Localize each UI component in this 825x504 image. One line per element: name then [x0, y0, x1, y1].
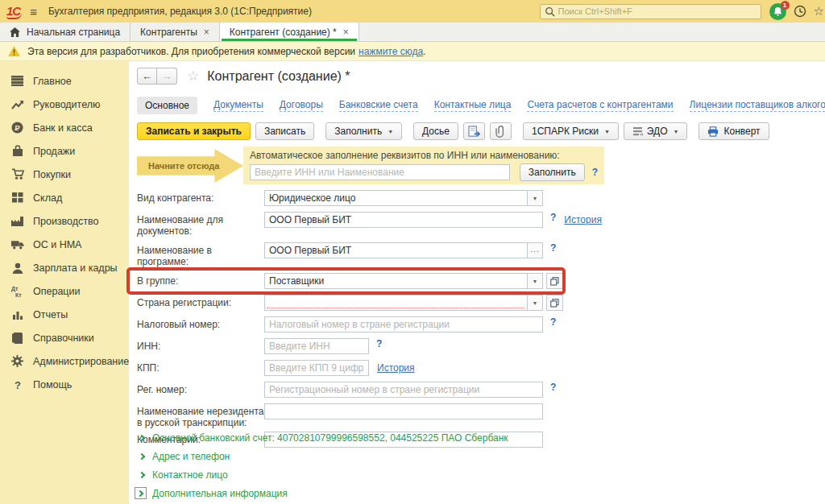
sidebar-item-fixed-assets[interactable]: ОС и НМА: [0, 233, 129, 256]
reg-number-input[interactable]: [265, 382, 542, 397]
chevron-down-icon[interactable]: ▼: [527, 274, 542, 288]
chevron-down-icon[interactable]: ▼: [527, 295, 542, 310]
field-nonresident-name-row: Наименование нерезидента в русской транс…: [137, 403, 602, 428]
global-search[interactable]: [540, 4, 761, 19]
nonresident-name-input[interactable]: [265, 404, 542, 419]
inn-input[interactable]: [265, 339, 368, 353]
section-contact-person[interactable]: Контактное лицо: [137, 465, 508, 484]
nav-main[interactable]: Основное: [137, 97, 197, 114]
tax-number-input[interactable]: [265, 317, 542, 332]
sidebar-item-administration[interactable]: Администрирование: [0, 349, 129, 373]
focused-chevron-box: [135, 487, 147, 499]
close-icon[interactable]: ×: [204, 27, 209, 38]
autofill-fill-button[interactable]: Заполнить: [520, 163, 585, 181]
sidebar-item-main[interactable]: Главное: [0, 69, 129, 93]
sidebar-item-manager[interactable]: Руководителю: [0, 93, 129, 116]
forward-button[interactable]: →: [157, 68, 177, 85]
sidebar-item-payroll-hr[interactable]: Зарплата и кадры: [0, 256, 129, 279]
reg-number-field[interactable]: [264, 382, 543, 398]
open-item-button[interactable]: [546, 273, 563, 289]
help-icon[interactable]: ?: [550, 382, 556, 393]
attachments-button[interactable]: [490, 122, 512, 140]
dossier-button[interactable]: Досье: [413, 122, 458, 140]
tab-home[interactable]: Начальная страница: [0, 23, 131, 41]
main-menu-icon[interactable]: ≡: [30, 5, 37, 19]
chevron-down-icon: ▼: [604, 129, 610, 134]
sidebar-item-help[interactable]: ? Помощь: [0, 373, 129, 396]
sidebar-item-sales[interactable]: Продажи: [0, 139, 129, 163]
kpp-field[interactable]: [264, 360, 369, 376]
sidebar-item-reports[interactable]: Отчеты: [0, 303, 129, 326]
open-item-button[interactable]: [546, 295, 563, 311]
group-input[interactable]: [265, 274, 527, 288]
section-main-bank-account[interactable]: Основной банковский счет: 40702810799996…: [137, 428, 508, 447]
tax-number-field[interactable]: [264, 316, 543, 333]
form-fields: Вид контрагента: ▼ Наименование для доку…: [137, 190, 602, 453]
kind-combobox[interactable]: ▼: [264, 190, 543, 206]
nav-bank-accounts[interactable]: Банковские счета: [339, 99, 418, 112]
chevron-right-icon: [136, 490, 143, 496]
group-combobox[interactable]: ▼: [264, 273, 543, 289]
1c-logo-icon: 1С: [6, 4, 22, 19]
sidebar-item-production[interactable]: Производство: [0, 209, 129, 233]
nav-alcohol-licenses[interactable]: Лицензии поставщиков алкогольной продукц…: [690, 99, 825, 112]
country-combobox[interactable]: ▼: [264, 295, 543, 311]
field-label: Наименование нерезидента в русской транс…: [137, 403, 264, 428]
favorite-star-icon[interactable]: ☆: [187, 68, 199, 85]
banner-link[interactable]: нажмите сюда: [359, 46, 423, 57]
help-icon[interactable]: ?: [550, 242, 556, 254]
help-icon[interactable]: ?: [550, 316, 556, 328]
name-app-field[interactable]: ...: [264, 242, 543, 258]
question-icon: ?: [10, 378, 24, 391]
search-input[interactable]: [558, 6, 757, 16]
section-additional-info[interactable]: Дополнительная информация: [137, 484, 508, 502]
back-button[interactable]: ←: [137, 68, 157, 85]
envelope-print-button[interactable]: Конверт: [699, 122, 769, 140]
name-docs-field[interactable]: [264, 212, 543, 228]
name-docs-input[interactable]: [265, 213, 542, 227]
section-label: Основной банковский счет: 40702810799996…: [152, 432, 508, 444]
chevron-down-icon[interactable]: ▼: [527, 191, 542, 205]
inn-field[interactable]: [264, 338, 369, 354]
edo-button[interactable]: ЭДО▼: [624, 122, 688, 140]
ellipsis-button[interactable]: ...: [527, 243, 542, 258]
favorites-icon[interactable]: ☆: [814, 4, 824, 19]
sidebar-item-directories[interactable]: Справочники: [0, 326, 129, 349]
sidebar-item-label: Главное: [33, 76, 72, 87]
history-link[interactable]: История: [377, 360, 415, 374]
debit-credit-icon: ДтКт: [10, 284, 24, 298]
save-and-close-button[interactable]: Записать и закрыть: [137, 122, 251, 140]
create-based-on-button[interactable]: [463, 122, 485, 140]
sidebar-item-label: Помощь: [33, 379, 72, 390]
fill-menu-button[interactable]: Заполнить▼: [325, 122, 402, 140]
name-app-input[interactable]: [265, 243, 527, 258]
help-icon[interactable]: ?: [550, 212, 556, 223]
nav-documents[interactable]: Документы: [214, 99, 263, 112]
sidebar-item-warehouse[interactable]: Склад: [0, 186, 129, 209]
help-icon[interactable]: ?: [592, 167, 598, 178]
home-icon: [10, 27, 20, 37]
help-icon[interactable]: ?: [376, 338, 382, 349]
nav-contact-persons[interactable]: Контактные лица: [434, 99, 512, 112]
spark-risks-button[interactable]: 1СПАРК Риски▼: [523, 122, 619, 140]
nonresident-name-field[interactable]: [264, 403, 543, 419]
sidebar-item-purchases[interactable]: Покупки: [0, 163, 129, 186]
tab-counterparties[interactable]: Контрагенты ×: [131, 23, 220, 41]
sidebar-item-bank-cash[interactable]: Р Банк и касса: [0, 116, 129, 139]
bag-icon: [10, 144, 24, 158]
close-icon[interactable]: ×: [343, 27, 349, 38]
nav-settlement-accounts[interactable]: Счета расчетов с контрагентами: [527, 99, 673, 112]
notifications-button[interactable]: 1: [769, 3, 786, 20]
history-icon[interactable]: [793, 4, 807, 19]
section-address-phone[interactable]: Адрес и телефон: [137, 447, 508, 465]
sidebar-item-operations[interactable]: ДтКт Операции: [0, 279, 129, 303]
tab-counterparty-create[interactable]: Контрагент (создание) * ×: [220, 23, 359, 41]
nav-contracts[interactable]: Договоры: [280, 99, 323, 112]
kpp-input[interactable]: [265, 361, 368, 375]
kind-input[interactable]: [265, 191, 527, 205]
inn-or-name-input[interactable]: [250, 164, 510, 180]
field-tax-number-row: Налоговый номер: ?: [137, 316, 602, 333]
bar-chart-icon: [10, 308, 24, 321]
history-link[interactable]: История: [564, 212, 602, 225]
save-button[interactable]: Записать: [255, 122, 314, 140]
